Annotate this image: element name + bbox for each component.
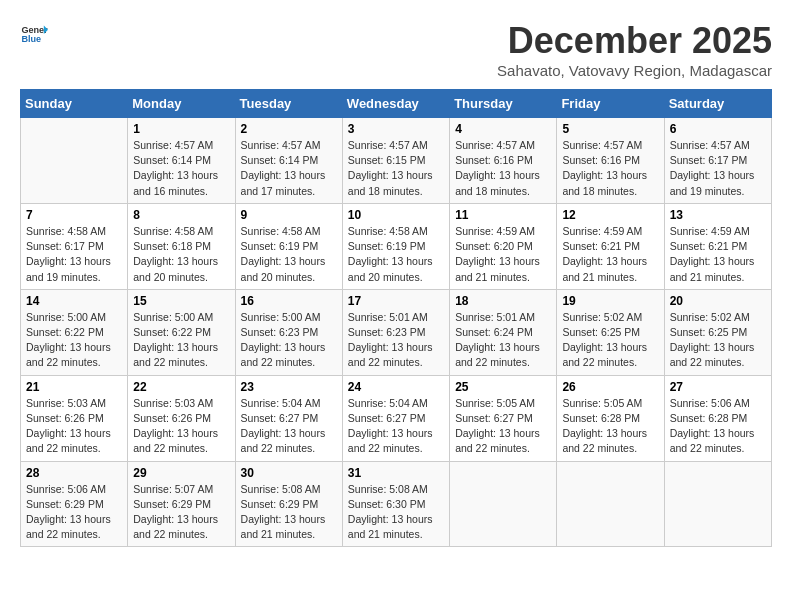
day-number: 22 bbox=[133, 380, 229, 394]
weekday-header: Monday bbox=[128, 90, 235, 118]
calendar-cell: 21Sunrise: 5:03 AMSunset: 6:26 PMDayligh… bbox=[21, 375, 128, 461]
cell-info: Sunrise: 4:58 AMSunset: 6:19 PMDaylight:… bbox=[241, 225, 326, 283]
day-number: 9 bbox=[241, 208, 337, 222]
cell-info: Sunrise: 4:59 AMSunset: 6:21 PMDaylight:… bbox=[562, 225, 647, 283]
day-number: 11 bbox=[455, 208, 551, 222]
day-number: 30 bbox=[241, 466, 337, 480]
calendar-week-row: 1Sunrise: 4:57 AMSunset: 6:14 PMDaylight… bbox=[21, 118, 772, 204]
weekday-header: Wednesday bbox=[342, 90, 449, 118]
cell-info: Sunrise: 5:07 AMSunset: 6:29 PMDaylight:… bbox=[133, 483, 218, 541]
day-number: 15 bbox=[133, 294, 229, 308]
day-number: 14 bbox=[26, 294, 122, 308]
cell-info: Sunrise: 5:01 AMSunset: 6:23 PMDaylight:… bbox=[348, 311, 433, 369]
cell-info: Sunrise: 5:06 AMSunset: 6:28 PMDaylight:… bbox=[670, 397, 755, 455]
calendar-cell: 6Sunrise: 4:57 AMSunset: 6:17 PMDaylight… bbox=[664, 118, 771, 204]
day-number: 18 bbox=[455, 294, 551, 308]
logo-icon: General Blue bbox=[20, 20, 48, 48]
cell-info: Sunrise: 4:58 AMSunset: 6:18 PMDaylight:… bbox=[133, 225, 218, 283]
cell-info: Sunrise: 5:02 AMSunset: 6:25 PMDaylight:… bbox=[670, 311, 755, 369]
calendar-cell: 19Sunrise: 5:02 AMSunset: 6:25 PMDayligh… bbox=[557, 289, 664, 375]
svg-text:Blue: Blue bbox=[21, 34, 41, 44]
calendar-cell: 24Sunrise: 5:04 AMSunset: 6:27 PMDayligh… bbox=[342, 375, 449, 461]
calendar-cell: 31Sunrise: 5:08 AMSunset: 6:30 PMDayligh… bbox=[342, 461, 449, 547]
month-title: December 2025 bbox=[497, 20, 772, 62]
day-number: 27 bbox=[670, 380, 766, 394]
day-number: 6 bbox=[670, 122, 766, 136]
calendar-cell: 22Sunrise: 5:03 AMSunset: 6:26 PMDayligh… bbox=[128, 375, 235, 461]
calendar-cell bbox=[557, 461, 664, 547]
calendar-cell: 29Sunrise: 5:07 AMSunset: 6:29 PMDayligh… bbox=[128, 461, 235, 547]
weekday-header: Saturday bbox=[664, 90, 771, 118]
calendar-cell: 18Sunrise: 5:01 AMSunset: 6:24 PMDayligh… bbox=[450, 289, 557, 375]
day-number: 1 bbox=[133, 122, 229, 136]
day-number: 26 bbox=[562, 380, 658, 394]
calendar-table: SundayMondayTuesdayWednesdayThursdayFrid… bbox=[20, 89, 772, 547]
cell-info: Sunrise: 4:57 AMSunset: 6:14 PMDaylight:… bbox=[133, 139, 218, 197]
calendar-week-row: 28Sunrise: 5:06 AMSunset: 6:29 PMDayligh… bbox=[21, 461, 772, 547]
day-number: 12 bbox=[562, 208, 658, 222]
calendar-cell: 30Sunrise: 5:08 AMSunset: 6:29 PMDayligh… bbox=[235, 461, 342, 547]
page-header: General Blue December 2025 Sahavato, Vat… bbox=[20, 20, 772, 79]
day-number: 23 bbox=[241, 380, 337, 394]
day-number: 5 bbox=[562, 122, 658, 136]
logo: General Blue bbox=[20, 20, 48, 48]
cell-info: Sunrise: 4:57 AMSunset: 6:16 PMDaylight:… bbox=[562, 139, 647, 197]
title-block: December 2025 Sahavato, Vatovavy Region,… bbox=[497, 20, 772, 79]
calendar-cell: 28Sunrise: 5:06 AMSunset: 6:29 PMDayligh… bbox=[21, 461, 128, 547]
day-number: 20 bbox=[670, 294, 766, 308]
calendar-cell: 27Sunrise: 5:06 AMSunset: 6:28 PMDayligh… bbox=[664, 375, 771, 461]
cell-info: Sunrise: 5:04 AMSunset: 6:27 PMDaylight:… bbox=[348, 397, 433, 455]
calendar-cell: 1Sunrise: 4:57 AMSunset: 6:14 PMDaylight… bbox=[128, 118, 235, 204]
cell-info: Sunrise: 5:05 AMSunset: 6:27 PMDaylight:… bbox=[455, 397, 540, 455]
cell-info: Sunrise: 5:00 AMSunset: 6:22 PMDaylight:… bbox=[133, 311, 218, 369]
day-number: 29 bbox=[133, 466, 229, 480]
calendar-cell: 2Sunrise: 4:57 AMSunset: 6:14 PMDaylight… bbox=[235, 118, 342, 204]
day-number: 7 bbox=[26, 208, 122, 222]
calendar-cell: 13Sunrise: 4:59 AMSunset: 6:21 PMDayligh… bbox=[664, 203, 771, 289]
weekday-header: Thursday bbox=[450, 90, 557, 118]
calendar-cell: 14Sunrise: 5:00 AMSunset: 6:22 PMDayligh… bbox=[21, 289, 128, 375]
cell-info: Sunrise: 5:01 AMSunset: 6:24 PMDaylight:… bbox=[455, 311, 540, 369]
weekday-header: Friday bbox=[557, 90, 664, 118]
cell-info: Sunrise: 4:58 AMSunset: 6:17 PMDaylight:… bbox=[26, 225, 111, 283]
cell-info: Sunrise: 5:08 AMSunset: 6:30 PMDaylight:… bbox=[348, 483, 433, 541]
day-number: 19 bbox=[562, 294, 658, 308]
cell-info: Sunrise: 5:03 AMSunset: 6:26 PMDaylight:… bbox=[26, 397, 111, 455]
day-number: 16 bbox=[241, 294, 337, 308]
cell-info: Sunrise: 4:57 AMSunset: 6:15 PMDaylight:… bbox=[348, 139, 433, 197]
day-number: 10 bbox=[348, 208, 444, 222]
day-number: 21 bbox=[26, 380, 122, 394]
cell-info: Sunrise: 4:57 AMSunset: 6:17 PMDaylight:… bbox=[670, 139, 755, 197]
cell-info: Sunrise: 5:02 AMSunset: 6:25 PMDaylight:… bbox=[562, 311, 647, 369]
day-number: 28 bbox=[26, 466, 122, 480]
calendar-cell: 4Sunrise: 4:57 AMSunset: 6:16 PMDaylight… bbox=[450, 118, 557, 204]
day-number: 24 bbox=[348, 380, 444, 394]
weekday-header: Sunday bbox=[21, 90, 128, 118]
cell-info: Sunrise: 5:00 AMSunset: 6:22 PMDaylight:… bbox=[26, 311, 111, 369]
day-number: 3 bbox=[348, 122, 444, 136]
calendar-cell: 8Sunrise: 4:58 AMSunset: 6:18 PMDaylight… bbox=[128, 203, 235, 289]
cell-info: Sunrise: 4:57 AMSunset: 6:16 PMDaylight:… bbox=[455, 139, 540, 197]
cell-info: Sunrise: 4:58 AMSunset: 6:19 PMDaylight:… bbox=[348, 225, 433, 283]
calendar-cell bbox=[664, 461, 771, 547]
calendar-cell: 9Sunrise: 4:58 AMSunset: 6:19 PMDaylight… bbox=[235, 203, 342, 289]
calendar-cell: 11Sunrise: 4:59 AMSunset: 6:20 PMDayligh… bbox=[450, 203, 557, 289]
calendar-week-row: 21Sunrise: 5:03 AMSunset: 6:26 PMDayligh… bbox=[21, 375, 772, 461]
day-number: 25 bbox=[455, 380, 551, 394]
cell-info: Sunrise: 5:08 AMSunset: 6:29 PMDaylight:… bbox=[241, 483, 326, 541]
calendar-cell: 5Sunrise: 4:57 AMSunset: 6:16 PMDaylight… bbox=[557, 118, 664, 204]
calendar-cell: 7Sunrise: 4:58 AMSunset: 6:17 PMDaylight… bbox=[21, 203, 128, 289]
cell-info: Sunrise: 5:05 AMSunset: 6:28 PMDaylight:… bbox=[562, 397, 647, 455]
calendar-cell bbox=[450, 461, 557, 547]
calendar-cell: 26Sunrise: 5:05 AMSunset: 6:28 PMDayligh… bbox=[557, 375, 664, 461]
cell-info: Sunrise: 5:00 AMSunset: 6:23 PMDaylight:… bbox=[241, 311, 326, 369]
calendar-cell: 3Sunrise: 4:57 AMSunset: 6:15 PMDaylight… bbox=[342, 118, 449, 204]
day-number: 13 bbox=[670, 208, 766, 222]
calendar-week-row: 14Sunrise: 5:00 AMSunset: 6:22 PMDayligh… bbox=[21, 289, 772, 375]
day-number: 8 bbox=[133, 208, 229, 222]
calendar-cell: 20Sunrise: 5:02 AMSunset: 6:25 PMDayligh… bbox=[664, 289, 771, 375]
cell-info: Sunrise: 5:06 AMSunset: 6:29 PMDaylight:… bbox=[26, 483, 111, 541]
day-number: 31 bbox=[348, 466, 444, 480]
cell-info: Sunrise: 5:04 AMSunset: 6:27 PMDaylight:… bbox=[241, 397, 326, 455]
cell-info: Sunrise: 5:03 AMSunset: 6:26 PMDaylight:… bbox=[133, 397, 218, 455]
